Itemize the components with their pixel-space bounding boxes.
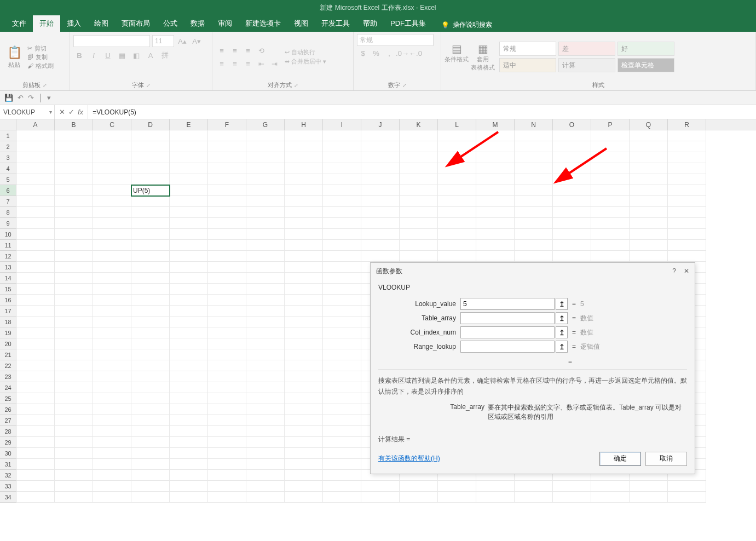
cell-D16[interactable] bbox=[131, 295, 170, 306]
arg-table-array-picker[interactable]: ↥ bbox=[556, 312, 568, 324]
cell-E32[interactable] bbox=[170, 470, 208, 481]
cell-A27[interactable] bbox=[16, 415, 55, 426]
cell-J33[interactable] bbox=[361, 481, 400, 492]
cell-G34[interactable] bbox=[246, 492, 285, 503]
border-button[interactable]: ▦ bbox=[116, 49, 128, 61]
cell-H12[interactable] bbox=[285, 251, 323, 262]
cell-R8[interactable] bbox=[668, 207, 706, 218]
tab-review[interactable]: 审阅 bbox=[211, 15, 239, 32]
tab-page-layout[interactable]: 页面布局 bbox=[115, 15, 157, 32]
accounting-button[interactable]: $ bbox=[357, 47, 369, 59]
cell-H26[interactable] bbox=[285, 404, 323, 415]
cell-K12[interactable] bbox=[400, 251, 438, 262]
align-bottom-button[interactable]: ≡ bbox=[242, 44, 254, 56]
cell-M1[interactable] bbox=[476, 130, 515, 141]
cell-G22[interactable] bbox=[246, 360, 285, 371]
cell-O12[interactable] bbox=[553, 251, 591, 262]
cell-O34[interactable] bbox=[553, 492, 591, 503]
formula-enter-button[interactable]: ✓ bbox=[68, 108, 74, 116]
cell-L4[interactable] bbox=[438, 163, 476, 174]
cell-H19[interactable] bbox=[285, 327, 323, 338]
cell-A1[interactable] bbox=[16, 130, 55, 141]
cell-B21[interactable] bbox=[55, 349, 93, 360]
cell-I3[interactable] bbox=[323, 152, 361, 163]
row-header-20[interactable]: 20 bbox=[0, 338, 16, 349]
cell-F34[interactable] bbox=[208, 492, 246, 503]
cell-B11[interactable] bbox=[55, 240, 93, 251]
row-header-26[interactable]: 26 bbox=[0, 404, 16, 415]
conditional-formatting-button[interactable]: ▤条件格式 bbox=[445, 42, 469, 72]
cell-A31[interactable] bbox=[16, 459, 55, 470]
column-header-G[interactable]: G bbox=[246, 119, 285, 130]
row-header-10[interactable]: 10 bbox=[0, 229, 16, 240]
cell-D34[interactable] bbox=[131, 492, 170, 503]
cell-C19[interactable] bbox=[93, 327, 131, 338]
indent-inc-button[interactable]: ⇥ bbox=[268, 57, 280, 70]
column-header-A[interactable]: A bbox=[16, 119, 55, 130]
cell-E15[interactable] bbox=[170, 284, 208, 295]
cell-A29[interactable] bbox=[16, 437, 55, 448]
cell-B1[interactable] bbox=[55, 130, 93, 141]
cell-F12[interactable] bbox=[208, 251, 246, 262]
cell-D17[interactable] bbox=[131, 306, 170, 316]
cell-B14[interactable] bbox=[55, 273, 93, 284]
cell-C14[interactable] bbox=[93, 273, 131, 284]
cell-A24[interactable] bbox=[16, 382, 55, 393]
cell-K8[interactable] bbox=[400, 207, 438, 218]
indent-dec-button[interactable]: ⇤ bbox=[255, 57, 267, 70]
cell-H9[interactable] bbox=[285, 218, 323, 229]
cell-P4[interactable] bbox=[591, 163, 630, 174]
cell-E6[interactable] bbox=[170, 185, 208, 196]
wrap-text-button[interactable]: ↩ 自动换行 bbox=[285, 48, 326, 56]
cell-L3[interactable] bbox=[438, 152, 476, 163]
cell-E21[interactable] bbox=[170, 349, 208, 360]
cell-L12[interactable] bbox=[438, 251, 476, 262]
cell-L1[interactable] bbox=[438, 130, 476, 141]
cell-A3[interactable] bbox=[16, 152, 55, 163]
row-header-32[interactable]: 32 bbox=[0, 470, 16, 481]
cell-K4[interactable] bbox=[400, 163, 438, 174]
cell-I6[interactable] bbox=[323, 185, 361, 196]
cell-A11[interactable] bbox=[16, 240, 55, 251]
dialog-help-button[interactable]: ? bbox=[672, 267, 676, 275]
align-left-button[interactable]: ≡ bbox=[216, 57, 228, 70]
cell-N5[interactable] bbox=[515, 174, 553, 185]
cell-G27[interactable] bbox=[246, 415, 285, 426]
cell-N12[interactable] bbox=[515, 251, 553, 262]
cell-G11[interactable] bbox=[246, 240, 285, 251]
cell-D21[interactable] bbox=[131, 349, 170, 360]
cell-M12[interactable] bbox=[476, 251, 515, 262]
cell-K10[interactable] bbox=[400, 229, 438, 240]
cell-D5[interactable] bbox=[131, 174, 170, 185]
cell-H2[interactable] bbox=[285, 141, 323, 152]
cell-B32[interactable] bbox=[55, 470, 93, 481]
cell-I13[interactable] bbox=[323, 262, 361, 273]
arg-col-index-input[interactable] bbox=[460, 326, 555, 338]
cell-A15[interactable] bbox=[16, 284, 55, 295]
cell-P10[interactable] bbox=[591, 229, 630, 240]
cell-B17[interactable] bbox=[55, 306, 93, 316]
cell-G8[interactable] bbox=[246, 207, 285, 218]
cell-A25[interactable] bbox=[16, 393, 55, 404]
cell-F16[interactable] bbox=[208, 295, 246, 306]
cell-A28[interactable] bbox=[16, 426, 55, 437]
cell-P1[interactable] bbox=[591, 130, 630, 141]
dialog-close-button[interactable]: ✕ bbox=[684, 267, 689, 275]
column-header-R[interactable]: R bbox=[668, 119, 706, 130]
style-neutral[interactable]: 适中 bbox=[499, 58, 556, 72]
cell-A14[interactable] bbox=[16, 273, 55, 284]
fill-color-button[interactable]: ◧ bbox=[130, 49, 142, 61]
cell-O3[interactable] bbox=[553, 152, 591, 163]
cell-G14[interactable] bbox=[246, 273, 285, 284]
cell-N34[interactable] bbox=[515, 492, 553, 503]
cell-Q9[interactable] bbox=[630, 218, 668, 229]
cell-K3[interactable] bbox=[400, 152, 438, 163]
cell-G10[interactable] bbox=[246, 229, 285, 240]
cell-F4[interactable] bbox=[208, 163, 246, 174]
cell-H3[interactable] bbox=[285, 152, 323, 163]
cell-I25[interactable] bbox=[323, 393, 361, 404]
cell-H29[interactable] bbox=[285, 437, 323, 448]
cell-O4[interactable] bbox=[553, 163, 591, 174]
cell-Q34[interactable] bbox=[630, 492, 668, 503]
cell-B25[interactable] bbox=[55, 393, 93, 404]
